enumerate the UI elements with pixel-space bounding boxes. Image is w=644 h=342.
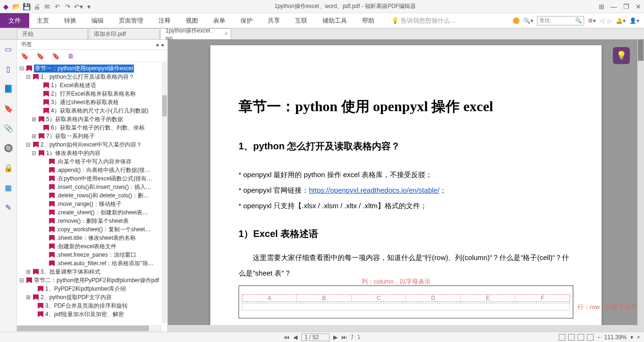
- bookmark-item[interactable]: ⊞3、批量调整字体和样式: [17, 268, 167, 276]
- notify-icon[interactable]: [513, 17, 520, 24]
- bookmark-item[interactable]: 4、pdf批量加水印及加密、解密: [17, 310, 167, 318]
- attach-icon[interactable]: 📎: [4, 123, 13, 133]
- tell-me[interactable]: 💡 告诉我您想做什么…: [391, 13, 456, 28]
- bookmark-item[interactable]: ⊟1）修改表格中的内容: [17, 149, 167, 157]
- bookmark-item[interactable]: .sheet.auto_filter.ref：给表格添加"筛…: [17, 259, 167, 268]
- view-cont-icon[interactable]: [568, 334, 575, 341]
- settings-icon[interactable]: ⚙▾: [588, 17, 596, 24]
- bm-expand-icon[interactable]: 🔖: [36, 52, 44, 60]
- bookmarks-collapse-icon[interactable]: ▸ ◂: [157, 41, 164, 48]
- doc-vscroll[interactable]: [637, 40, 644, 332]
- bookmark-item[interactable]: 1）Excel表格述语: [17, 81, 167, 90]
- expand-icon[interactable]: ⊞: [31, 133, 37, 139]
- ribbon-tab-edit[interactable]: 编辑: [84, 13, 111, 28]
- prev-icon[interactable]: ◁: [600, 17, 604, 24]
- bookmark-item[interactable]: .remove()：删除某个sheet表: [17, 217, 167, 225]
- bookmark-item[interactable]: ⊞7）获取一系列格子: [17, 132, 167, 140]
- stamp-icon[interactable]: 🔘: [4, 143, 13, 153]
- zoom-out-icon[interactable]: −: [597, 334, 601, 341]
- ribbon-tab-protect[interactable]: 保护: [233, 13, 260, 28]
- redo-icon[interactable]: ↷: [64, 3, 72, 10]
- bookmark-item[interactable]: ⊟章节二：python使用PyPDF2和pdfplumber操作pdf: [17, 276, 167, 285]
- qat-dropdown-icon[interactable]: ▾: [85, 3, 92, 10]
- undo-dropdown-icon[interactable]: ↶▾: [74, 3, 82, 10]
- ribbon-tab-tools[interactable]: 辅助工具: [315, 13, 355, 28]
- sign-icon[interactable]: ✎: [4, 203, 13, 212]
- bookmark-item[interactable]: .insert_cols()和.insert_rows()：插入…: [17, 183, 167, 191]
- expand-icon[interactable]: ⊞: [31, 116, 37, 122]
- bm-page-icon[interactable]: 🗎: [67, 52, 74, 60]
- expand-icon[interactable]: ⊟: [25, 141, 31, 148]
- print-icon[interactable]: 🖨: [33, 3, 41, 10]
- view-single-icon[interactable]: [559, 334, 565, 341]
- ribbon-tab-share[interactable]: 共享: [260, 13, 288, 28]
- lightbulb-icon[interactable]: 💡: [613, 47, 630, 64]
- bookmark-item[interactable]: 2）打开Excel表格并获取表格名称: [17, 90, 167, 98]
- undo-icon[interactable]: ↶: [54, 3, 61, 10]
- bell-icon[interactable]: 🔔▾: [616, 17, 626, 24]
- tab-start[interactable]: 开始: [17, 28, 88, 39]
- page-icon[interactable]: ▭: [4, 44, 13, 54]
- page-number[interactable]: 1 / 52: [301, 334, 330, 341]
- clipboard-icon[interactable]: ▯: [4, 64, 13, 73]
- bookmark-item[interactable]: .向某个格子中写入内容并保存: [17, 157, 167, 166]
- first-page-icon[interactable]: ⏮: [284, 334, 289, 341]
- next-icon[interactable]: ▷: [608, 17, 612, 24]
- open-icon[interactable]: 📂: [12, 3, 20, 10]
- bookmark-item[interactable]: 1、PyPDF2和pdfplumber库介绍: [17, 285, 167, 293]
- bookmark-item[interactable]: .append()：向表格中插入行数据(很…: [17, 166, 167, 174]
- ribbon-tab-form[interactable]: 表单: [206, 13, 233, 28]
- bookmarks-vscroll[interactable]: [162, 62, 167, 323]
- bookmark-item[interactable]: .delete_rows()和.delete_cols()：删…: [17, 191, 167, 200]
- close-icon[interactable]: ✕: [635, 3, 642, 10]
- last-page-icon[interactable]: ⏭: [341, 334, 347, 341]
- zoom-in-icon[interactable]: +: [637, 334, 640, 341]
- expand-icon[interactable]: ⊟: [25, 73, 31, 80]
- expand-icon[interactable]: ⊞: [25, 269, 31, 275]
- nav-icon1[interactable]: ⤴: [351, 334, 354, 341]
- bm-mark-icon[interactable]: 🔖: [52, 52, 60, 60]
- bookmark-item[interactable]: ⊞2、python提取PDF文字内容: [17, 293, 167, 301]
- bookmark-item[interactable]: ⊟2、python如何向excel中写入某些内容？: [17, 140, 167, 149]
- bookmark-item[interactable]: .创建新的excel表格文件: [17, 242, 167, 251]
- tab-current[interactable]: 1python操作excel、wo...×: [160, 28, 231, 39]
- doc-hscroll[interactable]: [168, 325, 637, 332]
- document-view[interactable]: 💡 章节一：python 使用 openpyxl 操作 excel 1、pyth…: [168, 40, 644, 332]
- bookmark-item[interactable]: .copy_worksheet()：复制一个sheet…: [17, 225, 167, 234]
- expand-icon[interactable]: ⊞: [25, 294, 31, 301]
- grid-icon[interactable]: ⊞: [598, 3, 605, 10]
- maximize-icon[interactable]: ❐: [622, 3, 630, 10]
- ribbon-tab-view[interactable]: 视图: [178, 13, 206, 28]
- user-icon[interactable]: 👤▾: [629, 17, 639, 24]
- bookmark-item[interactable]: 6）获取某个格子的行数、列数、坐标: [17, 123, 167, 132]
- zoom-dropdown-icon[interactable]: ▾: [630, 334, 633, 341]
- file-tab[interactable]: 文件: [0, 13, 29, 28]
- expand-icon[interactable]: ⊟: [31, 150, 37, 156]
- next-page-icon[interactable]: ▶: [333, 334, 338, 341]
- layout-icon[interactable]: ▦: [4, 183, 13, 192]
- ribbon-tab-convert[interactable]: 转换: [57, 13, 84, 28]
- lock-icon[interactable]: 🔒: [4, 163, 13, 172]
- minimize-icon[interactable]: —: [610, 3, 618, 10]
- ribbon-tab-help[interactable]: 帮助: [355, 13, 382, 28]
- bookmark-item[interactable]: 3、PDF合并及页面的排序和旋转: [17, 301, 167, 310]
- bookmark-item[interactable]: ⊟1、python怎么打开及读取表格内容？: [17, 73, 167, 81]
- mail-icon[interactable]: ✉: [43, 3, 51, 10]
- bookmark-icon[interactable]: 🔖: [4, 104, 13, 113]
- ribbon-tab-connect[interactable]: 互联: [288, 13, 315, 28]
- view-facing-icon[interactable]: [578, 334, 584, 341]
- bookmark-item[interactable]: .在python中使用excel函数公式(很有…: [17, 174, 167, 183]
- bookmarks-tree[interactable]: ⊟章节一：python使用openpyxl操作excel⊟1、python怎么打…: [17, 62, 167, 332]
- bookmark-item[interactable]: .create_sheet()：创建新的sheet表…: [17, 208, 167, 217]
- prev-page-icon[interactable]: ◀: [293, 334, 297, 341]
- expand-icon[interactable]: ⊟: [19, 65, 25, 72]
- doc-link[interactable]: https://openpyxl.readthedocs.io/en/stabl…: [309, 186, 439, 194]
- zoom-level[interactable]: 111.39%: [604, 334, 627, 341]
- book-icon[interactable]: 📘: [4, 84, 13, 93]
- ribbon-tab-comment[interactable]: 注释: [151, 13, 178, 28]
- expand-icon[interactable]: ⊟: [19, 277, 25, 284]
- bm-add-icon[interactable]: 🔖: [21, 52, 29, 60]
- find-dropdown-icon[interactable]: 🔍▾: [523, 17, 533, 24]
- bookmark-item[interactable]: ⊟章节一：python使用openpyxl操作excel: [17, 64, 167, 73]
- tab-close-icon[interactable]: ×: [224, 31, 228, 37]
